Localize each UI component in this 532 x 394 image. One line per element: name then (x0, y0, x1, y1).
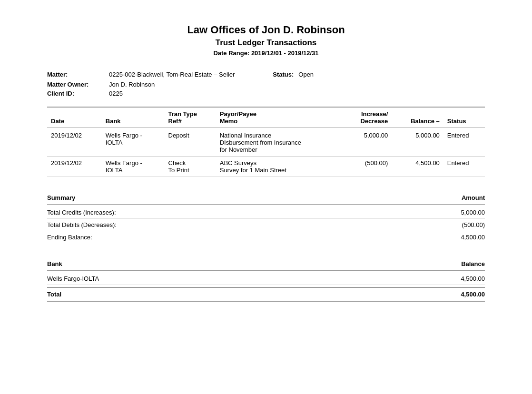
table-cell: CheckTo Print (165, 157, 216, 177)
summary-row-value: (500.00) (462, 221, 485, 228)
col-payee: Payor/PayeeMemo (216, 107, 342, 128)
bank-header: Bank Balance (47, 257, 485, 271)
table-cell: Wells Fargo -IOLTA (102, 128, 165, 157)
bank-row-balance: 4,500.00 (461, 275, 485, 282)
matter-status-group: Status: Open (273, 71, 314, 78)
summary-row: Total Debits (Decreases):(500.00) (47, 219, 485, 231)
report-title: Trust Ledger Transactions (47, 38, 485, 48)
summary-row: Total Credits (Increases):5,000.00 (47, 207, 485, 219)
matter-label: Matter: (47, 71, 109, 78)
bank-total-row: Total 4,500.00 (47, 287, 485, 302)
client-id-value: 0225 (109, 90, 485, 97)
bank-row-name: Wells Fargo-IOLTA (47, 275, 99, 282)
table-row: 2019/12/02Wells Fargo -IOLTADepositNatio… (47, 128, 485, 157)
col-tran-type: Tran TypeRef# (165, 107, 216, 128)
bank-total-value: 4,500.00 (461, 291, 485, 298)
status-value: Open (298, 71, 314, 78)
matter-owner-row: Matter Owner: Jon D. Robinson (47, 81, 485, 88)
col-date: Date (47, 107, 102, 128)
owner-label: Matter Owner: (47, 81, 109, 88)
table-cell: 2019/12/02 (47, 157, 102, 177)
table-cell: Deposit (165, 128, 216, 157)
bank-balance-label: Balance (461, 260, 485, 267)
summary-section: Summary Amount Total Credits (Increases)… (47, 191, 485, 243)
col-balance: Balance – (392, 107, 443, 128)
summary-row-label: Total Credits (Increases): (47, 209, 116, 216)
matter-left: Matter: 0225-002-Blackwell, Tom-Real Est… (47, 71, 235, 78)
summary-row: Ending Balance:4,500.00 (47, 231, 485, 243)
table-cell: 5,000.00 (392, 128, 443, 157)
report-header: Law Offices of Jon D. Robinson Trust Led… (47, 24, 485, 57)
table-cell: (500.00) (342, 157, 392, 177)
matter-row-1: Matter: 0225-002-Blackwell, Tom-Real Est… (47, 71, 485, 78)
bank-section: Bank Balance Wells Fargo-IOLTA4,500.00 T… (47, 257, 485, 302)
client-id-label: Client ID: (47, 90, 109, 97)
owner-value: Jon D. Robinson (109, 81, 485, 88)
col-increase: Increase/Decrease (342, 107, 392, 128)
summary-amount-label: Amount (462, 194, 485, 201)
table-cell: 4,500.00 (392, 157, 443, 177)
firm-name: Law Offices of Jon D. Robinson (47, 24, 485, 36)
status-label: Status: (273, 71, 294, 78)
table-cell: Entered (443, 157, 485, 177)
table-cell: 2019/12/02 (47, 128, 102, 157)
col-bank: Bank (102, 107, 165, 128)
date-range: Date Range: 2019/12/01 - 2019/12/31 (47, 49, 485, 57)
table-header-row: Date Bank Tran TypeRef# Payor/PayeeMemo … (47, 107, 485, 128)
transaction-table: Date Bank Tran TypeRef# Payor/PayeeMemo … (47, 107, 485, 177)
page: Law Offices of Jon D. Robinson Trust Led… (28, 10, 504, 316)
summary-header: Summary Amount (47, 191, 485, 205)
table-cell: 5,000.00 (342, 128, 392, 157)
summary-row-value: 5,000.00 (461, 209, 485, 216)
summary-title: Summary (47, 194, 75, 201)
matter-value: 0225-002-Blackwell, Tom-Real Estate – Se… (109, 71, 235, 78)
col-status: Status (443, 107, 485, 128)
table-row: 2019/12/02Wells Fargo -IOLTACheckTo Prin… (47, 157, 485, 177)
bank-col-label: Bank (47, 260, 62, 267)
matter-info: Matter: 0225-002-Blackwell, Tom-Real Est… (47, 71, 485, 97)
bank-total-label: Total (47, 291, 61, 298)
summary-row-value: 4,500.00 (461, 234, 485, 241)
summary-row-label: Total Debits (Decreases): (47, 221, 117, 228)
table-cell: Wells Fargo -IOLTA (102, 157, 165, 177)
bank-row: Wells Fargo-IOLTA4,500.00 (47, 273, 485, 285)
table-cell: Entered (443, 128, 485, 157)
table-cell: ABC SurveysSurvey for 1 Main Street (216, 157, 342, 177)
summary-row-label: Ending Balance: (47, 234, 92, 241)
table-cell: National InsuranceDIsbursement from Insu… (216, 128, 342, 157)
client-id-row: Client ID: 0225 (47, 90, 485, 97)
